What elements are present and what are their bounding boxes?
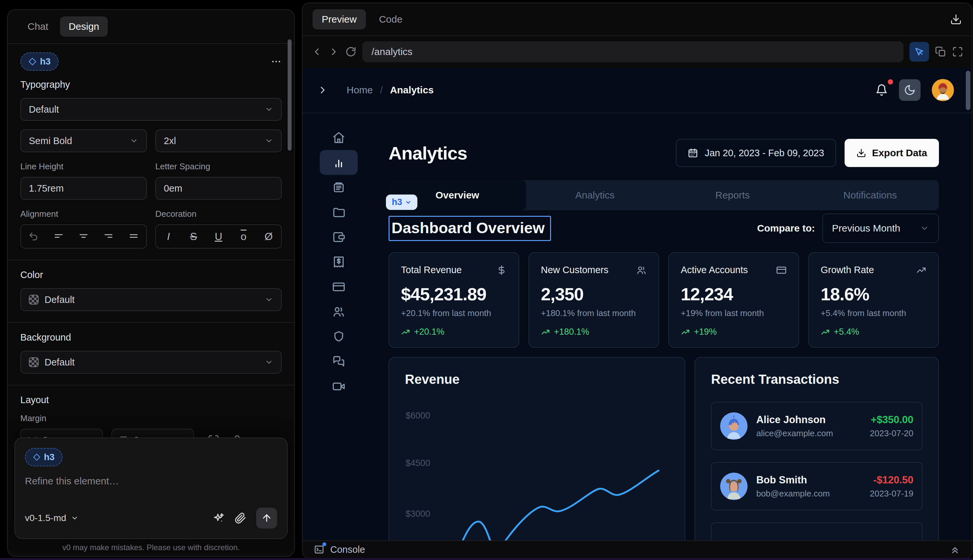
tab-chat[interactable]: Chat [19, 17, 57, 37]
transactions-title: Recent Transactions [711, 372, 923, 387]
reset-alignment-button[interactable] [21, 231, 46, 242]
app-sidebar [303, 113, 375, 540]
transactions-list: Alice Johnson alice@example.com +$350.00… [711, 402, 923, 540]
design-panel: Chat Design h3 Typography Default Semi B… [7, 9, 295, 557]
notifications-button[interactable] [875, 84, 888, 96]
inspect-mode-button[interactable] [910, 42, 929, 62]
align-center-button[interactable] [71, 231, 96, 242]
overline-icon: o [241, 230, 247, 243]
align-left-button[interactable] [46, 231, 71, 242]
underline-button[interactable]: U [206, 230, 231, 243]
revenue-chart-card: Revenue $6000 $4500 $3000 [389, 357, 685, 540]
sidebar-item-analytics[interactable] [320, 150, 358, 175]
forward-icon[interactable] [328, 46, 339, 57]
align-right-button[interactable] [96, 231, 121, 242]
sidebar-item-billing[interactable] [320, 250, 358, 275]
more-options-icon[interactable] [270, 56, 282, 67]
tab-preview[interactable]: Preview [312, 9, 366, 30]
notification-dot [888, 79, 893, 85]
send-button[interactable] [256, 508, 277, 528]
selected-element-outline[interactable]: Dashboard Overview [389, 216, 551, 241]
background-swatch-icon [29, 357, 38, 367]
compare-select[interactable]: Previous Month [822, 213, 939, 243]
tab-code[interactable]: Code [370, 9, 412, 30]
sparkles-icon[interactable] [213, 512, 225, 524]
theme-toggle-button[interactable] [899, 79, 921, 101]
users-icon [636, 265, 647, 275]
left-panel-scrollbar[interactable] [288, 39, 292, 151]
font-family-select[interactable]: Default [20, 98, 282, 121]
overline-button[interactable]: o [231, 230, 256, 243]
video-icon [332, 380, 345, 393]
sidebar-item-security[interactable] [320, 324, 358, 349]
console-activity-dot [322, 542, 326, 546]
back-icon[interactable] [311, 46, 322, 57]
color-select[interactable]: Default [20, 288, 282, 311]
console-toggle[interactable] [314, 544, 324, 555]
chevron-down-icon [265, 295, 273, 304]
sidebar-toggle-icon[interactable] [317, 85, 328, 96]
color-heading: Color [20, 270, 282, 280]
calendar-icon [688, 148, 698, 158]
copy-icon[interactable] [935, 46, 946, 57]
tab-design[interactable]: Design [60, 17, 107, 37]
transaction-row-clipped [711, 522, 923, 540]
avatar [720, 412, 748, 440]
letter-spacing-label: Letter Spacing [155, 162, 282, 172]
composer-element-chip[interactable]: h3 [25, 448, 63, 466]
background-select[interactable]: Default [20, 351, 282, 374]
breadcrumb-home[interactable]: Home [347, 85, 373, 96]
align-right-icon [103, 231, 113, 242]
fullscreen-icon[interactable] [952, 46, 963, 57]
transaction-name: Alice Johnson [756, 414, 833, 426]
shield-icon [332, 330, 345, 343]
refresh-icon[interactable] [345, 46, 356, 57]
paperclip-icon[interactable] [235, 512, 246, 524]
home-icon [332, 131, 345, 144]
transaction-email: alice@example.com [756, 428, 833, 438]
sidebar-item-customers[interactable] [320, 299, 358, 324]
sidebar-item-messages[interactable] [320, 349, 358, 374]
selected-element-chip[interactable]: h3 [20, 52, 58, 71]
preview-tab-bar: Preview Code [303, 3, 972, 36]
compare-label: Compare to: [757, 223, 815, 234]
tab-notifications[interactable]: Notifications [801, 180, 939, 210]
letter-spacing-input[interactable]: 0em [155, 177, 282, 200]
user-avatar[interactable] [932, 79, 954, 101]
sidebar-item-video[interactable] [320, 374, 358, 399]
sidebar-item-wallet[interactable] [320, 225, 358, 250]
model-select[interactable]: v0-1.5-md [25, 513, 78, 523]
tab-reports[interactable]: Reports [664, 180, 801, 210]
transaction-name: Bob Smith [756, 474, 829, 486]
layout-heading: Layout [20, 395, 282, 405]
align-justify-button[interactable] [121, 231, 146, 242]
font-weight-select[interactable]: Semi Bold [20, 129, 147, 152]
export-data-button[interactable]: Export Data [844, 139, 939, 167]
sidebar-item-home[interactable] [320, 125, 358, 150]
download-icon[interactable] [950, 13, 962, 25]
no-decoration-button[interactable]: Ø [256, 230, 281, 243]
url-input[interactable]: /analytics [362, 41, 903, 62]
composer-input[interactable]: Refine this element… [25, 475, 277, 487]
transaction-date: 2023-07-19 [870, 488, 913, 499]
chevrons-up-icon[interactable] [950, 544, 961, 555]
transaction-row[interactable]: Alice Johnson alice@example.com +$350.00… [711, 402, 923, 450]
chevron-down-icon [130, 137, 138, 145]
transaction-row[interactable]: Bob Smith bob@example.com -$120.50 2023-… [711, 462, 923, 510]
line-height-input[interactable]: 1.75rem [20, 177, 147, 200]
decoration-label: Decoration [155, 209, 282, 219]
sidebar-item-cards[interactable] [320, 275, 358, 299]
folder-icon [332, 206, 345, 219]
italic-button[interactable]: I [156, 230, 181, 243]
font-size-select[interactable]: 2xl [155, 129, 282, 152]
tab-analytics[interactable]: Analytics [526, 180, 664, 210]
strikethrough-button[interactable]: S [181, 230, 206, 243]
date-range-picker[interactable]: Jan 20, 2023 - Feb 09, 2023 [676, 139, 836, 167]
sidebar-item-files[interactable] [320, 200, 358, 225]
alignment-group [20, 224, 147, 248]
selection-tag-chip[interactable]: h3 [386, 195, 417, 210]
preview-scrollbar[interactable] [966, 71, 970, 110]
sidebar-item-invoices[interactable] [320, 175, 358, 200]
line-height-label: Line Height [20, 162, 147, 172]
trending-up-icon [821, 327, 830, 337]
